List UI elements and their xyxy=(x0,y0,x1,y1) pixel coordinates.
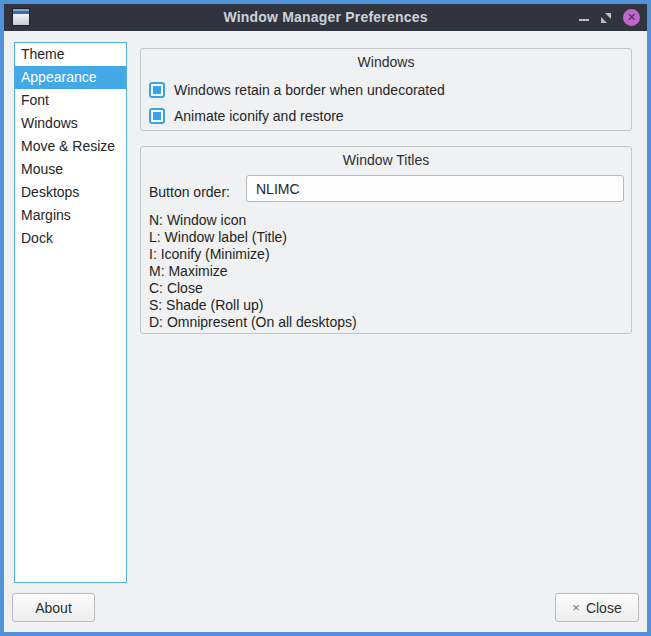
checkmark-icon xyxy=(153,86,161,94)
legend-line-m: M: Maximize xyxy=(149,263,357,280)
window-manager-preferences-window: Window Manager Preferences ✕ Theme Appea… xyxy=(0,0,651,636)
group-window-titles-title: Window Titles xyxy=(141,152,631,168)
legend-line-s: S: Shade (Roll up) xyxy=(149,297,357,314)
sidebar-item-windows[interactable]: Windows xyxy=(15,112,126,135)
close-button-x-icon: × xyxy=(572,600,580,615)
checkbox-animate-iconify-label[interactable]: Animate iconify and restore xyxy=(174,108,344,124)
sidebar-item-move-resize[interactable]: Move & Resize xyxy=(15,135,126,158)
checkbox-row-border-undecorated: Windows retain a border when undecorated xyxy=(149,81,445,99)
checkbox-animate-iconify[interactable] xyxy=(149,108,165,124)
group-windows-title: Windows xyxy=(141,54,631,70)
checkmark-icon xyxy=(153,112,161,120)
content-area: Theme Appearance Font Windows Move & Res… xyxy=(4,31,647,632)
sidebar-item-mouse[interactable]: Mouse xyxy=(15,158,126,181)
checkbox-border-undecorated-label[interactable]: Windows retain a border when undecorated xyxy=(174,82,445,98)
legend-line-l: L: Window label (Title) xyxy=(149,229,357,246)
about-button-label: About xyxy=(35,600,72,616)
restore-icon[interactable] xyxy=(600,12,612,24)
category-list: Theme Appearance Font Windows Move & Res… xyxy=(14,42,127,583)
sidebar-item-desktops[interactable]: Desktops xyxy=(15,181,126,204)
checkbox-border-undecorated[interactable] xyxy=(149,82,165,98)
sidebar-item-appearance[interactable]: Appearance xyxy=(15,66,126,89)
sidebar-item-font[interactable]: Font xyxy=(15,89,126,112)
legend-line-n: N: Window icon xyxy=(149,212,357,229)
button-order-legend: N: Window icon L: Window label (Title) I… xyxy=(149,212,357,331)
group-window-titles: Window Titles Button order: N: Window ic… xyxy=(140,146,632,334)
button-order-label: Button order: xyxy=(149,184,230,200)
group-windows: Windows Windows retain a border when und… xyxy=(140,48,632,131)
legend-line-d: D: Omnipresent (On all desktops) xyxy=(149,314,357,331)
window-title: Window Manager Preferences xyxy=(4,4,647,31)
button-order-input[interactable] xyxy=(246,175,624,202)
legend-line-i: I: Iconify (Minimize) xyxy=(149,246,357,263)
about-button[interactable]: About xyxy=(12,593,95,622)
close-button[interactable]: × Close xyxy=(555,593,639,622)
sidebar-item-dock[interactable]: Dock xyxy=(15,227,126,250)
sidebar-item-theme[interactable]: Theme xyxy=(15,43,126,66)
checkbox-row-animate-iconify: Animate iconify and restore xyxy=(149,107,344,125)
minimize-icon[interactable] xyxy=(579,19,589,21)
legend-line-c: C: Close xyxy=(149,280,357,297)
titlebar-buttons: ✕ xyxy=(579,4,640,31)
close-button-label: Close xyxy=(586,600,622,616)
close-window-icon[interactable]: ✕ xyxy=(623,9,640,26)
titlebar: Window Manager Preferences ✕ xyxy=(4,4,647,31)
sidebar-item-margins[interactable]: Margins xyxy=(15,204,126,227)
